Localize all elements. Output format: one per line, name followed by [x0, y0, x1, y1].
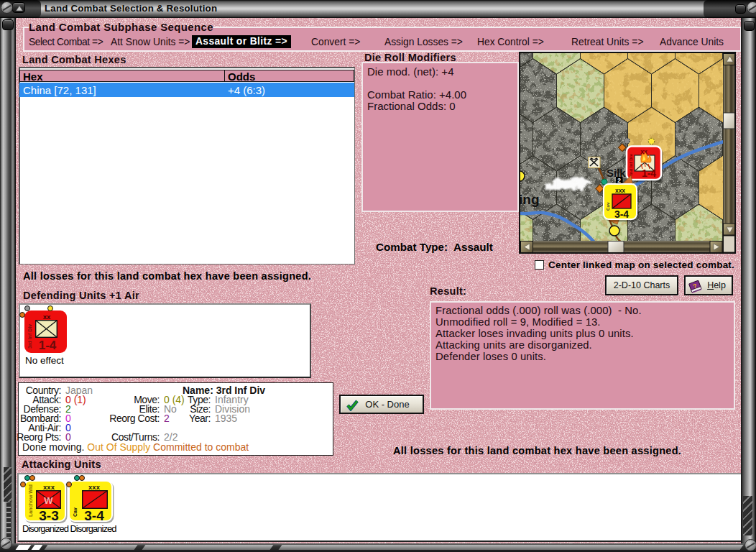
- svg-text:3-4: 3-4: [614, 208, 629, 220]
- svg-text:1-4: 1-4: [642, 167, 656, 179]
- svg-text:2: 2: [617, 177, 621, 184]
- svg-text:Ind Inf Div: Ind Inf Div: [628, 154, 633, 175]
- svg-text:Cav: Cav: [605, 202, 610, 211]
- svg-text:xxx: xxx: [615, 187, 625, 194]
- svg-text:W: W: [44, 495, 53, 506]
- svg-text:ing: ing: [519, 192, 540, 207]
